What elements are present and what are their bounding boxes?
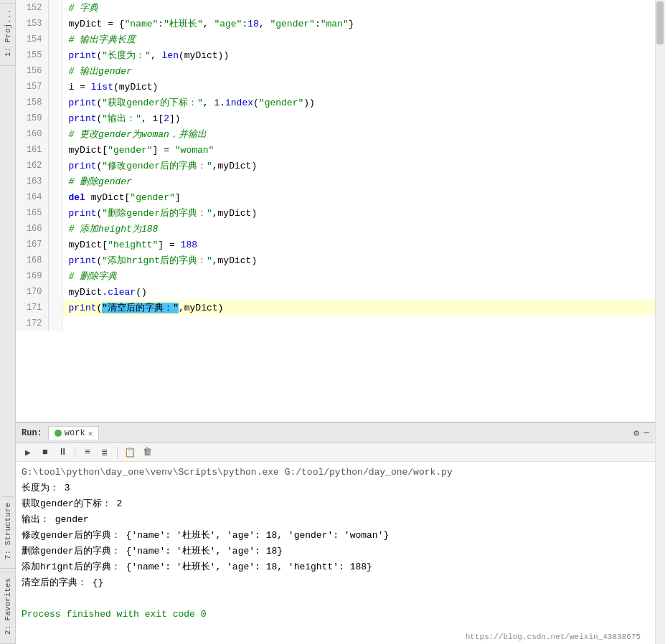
run-copy-button[interactable]: 📋 — [123, 446, 136, 459]
line-gutter — [48, 221, 62, 237]
line-code[interactable]: # 字典 — [62, 0, 655, 16]
table-row: 158 print("获取gender的下标：", i.index("gende… — [16, 95, 655, 110]
line-number: 163 — [16, 174, 48, 189]
line-gutter — [48, 205, 62, 221]
line-code[interactable]: # 更改gender为woman，并输出 — [62, 126, 655, 142]
line-code[interactable]: print("修改gender后的字典：",myDict) — [62, 158, 655, 174]
run-output[interactable]: G:\tool\python\day_one\venv\Scripts\pyth… — [16, 462, 655, 644]
line-code[interactable]: print("删除gender后的字典：",myDict) — [62, 205, 655, 221]
table-row: 153 myDict = {"name":"杜班长", "age":18, "g… — [16, 16, 655, 32]
run-list-button[interactable]: ≡ — [81, 446, 94, 459]
line-gutter — [48, 95, 62, 110]
run-header: Run: work ✕ ⚙ — — [16, 423, 655, 443]
line-gutter — [48, 0, 62, 16]
table-row: 156 # 输出gender — [16, 63, 655, 79]
line-number: 162 — [16, 158, 48, 174]
line-code[interactable]: # 添加height为188 — [62, 221, 655, 237]
run-pause-button[interactable]: ⏸ — [56, 446, 69, 459]
table-row: 152 # 字典 — [16, 0, 655, 16]
line-code[interactable]: # 删除字典 — [62, 268, 655, 284]
line-code[interactable]: # 输出gender — [62, 63, 655, 79]
run-play-button[interactable]: ▶ — [22, 446, 34, 459]
line-gutter — [48, 32, 62, 47]
line-gutter — [48, 16, 62, 32]
line-number: 156 — [16, 63, 48, 79]
line-gutter — [48, 142, 62, 158]
output-spacer — [22, 591, 649, 607]
line-number: 171 — [16, 300, 48, 316]
run-subheader: ▶ ■ ⏸ ≡ ≣ 📋 🗑 — [16, 443, 655, 462]
table-row: 155 print("长度为：", len(myDict)) — [16, 47, 655, 63]
main-area: 152 # 字典 153 myDict = {"name":"杜班长", "ag… — [16, 0, 655, 644]
line-number: 166 — [16, 221, 48, 237]
sidebar-item-favorites[interactable]: 2: Favorites — [1, 572, 14, 640]
line-number: 159 — [16, 110, 48, 126]
line-number: 160 — [16, 126, 48, 142]
line-code[interactable] — [62, 316, 655, 331]
line-gutter — [48, 300, 62, 316]
minimize-button[interactable]: — — [643, 427, 649, 438]
run-clear-button[interactable]: 🗑 — [141, 446, 154, 459]
output-line: 获取gender的下标： 2 — [22, 496, 649, 512]
line-code[interactable]: print("输出：", i[2]) — [62, 110, 655, 126]
line-gutter — [48, 268, 62, 284]
line-gutter — [48, 316, 62, 331]
line-number: 165 — [16, 205, 48, 221]
line-number: 154 — [16, 32, 48, 47]
line-number: 157 — [16, 79, 48, 95]
project-tab-section[interactable]: 1: Proj... — [0, 0, 15, 66]
line-code[interactable]: print("添加hrignt后的字典：",myDict) — [62, 252, 655, 268]
run-tab[interactable]: work ✕ — [48, 426, 99, 440]
line-number: 167 — [16, 237, 48, 252]
line-gutter — [48, 47, 62, 63]
table-row: 166 # 添加height为188 — [16, 221, 655, 237]
line-gutter — [48, 189, 62, 205]
output-line: 添加hrignt后的字典： {'name': '杜班长', 'age': 18,… — [22, 559, 649, 575]
line-code[interactable]: i = list(myDict) — [62, 79, 655, 95]
run-panel: Run: work ✕ ⚙ — ▶ ■ ⏸ ≡ ≣ 📋 🗑 G:\to — [16, 422, 655, 644]
line-gutter — [48, 237, 62, 252]
table-row: 165 print("删除gender后的字典：",myDict) — [16, 205, 655, 221]
line-code[interactable]: # 删除gender — [62, 174, 655, 189]
line-code[interactable]: print("清空后的字典：",myDict) — [62, 300, 655, 316]
table-row: 160 # 更改gender为woman，并输出 — [16, 126, 655, 142]
footer-link: https://blog.csdn.net/weixin_43838675 — [466, 633, 641, 641]
scroll-thumb — [656, 1, 664, 44]
line-gutter — [48, 63, 62, 79]
favorites-tab-section[interactable]: 2: Favorites — [0, 569, 15, 644]
code-container[interactable]: 152 # 字典 153 myDict = {"name":"杜班长", "ag… — [16, 0, 655, 422]
line-code[interactable]: myDict["heightt"] = 188 — [62, 237, 655, 252]
output-line: 长度为： 3 — [22, 480, 649, 496]
line-number: 164 — [16, 189, 48, 205]
table-row: 169 # 删除字典 — [16, 268, 655, 284]
run-tab-close[interactable]: ✕ — [88, 429, 93, 438]
line-number: 161 — [16, 142, 48, 158]
structure-tab-section[interactable]: 7: Structure — [0, 493, 15, 569]
line-gutter — [48, 174, 62, 189]
run-tab-label: work — [65, 428, 85, 438]
sidebar-item-project[interactable]: 1: Proj... — [1, 3, 14, 62]
run-format-button[interactable]: ≣ — [98, 446, 111, 459]
table-row: 163 # 删除gender — [16, 174, 655, 189]
code-table: 152 # 字典 153 myDict = {"name":"杜班长", "ag… — [16, 0, 655, 331]
settings-button[interactable]: ⚙ — [633, 427, 639, 439]
table-row: 159 print("输出：", i[2]) — [16, 110, 655, 126]
line-code[interactable]: print("获取gender的下标：", i.index("gender")) — [62, 95, 655, 110]
line-code[interactable]: myDict.clear() — [62, 284, 655, 300]
output-process-end: Process finished with exit code 0 — [22, 607, 649, 622]
line-code[interactable]: myDict["gender"] = "woman" — [62, 142, 655, 158]
run-tab-icon — [55, 430, 62, 437]
line-code[interactable]: print("长度为：", len(myDict)) — [62, 47, 655, 63]
line-number: 155 — [16, 47, 48, 63]
right-scrollbar[interactable] — [655, 0, 665, 644]
line-code[interactable]: myDict = {"name":"杜班长", "age":18, "gende… — [62, 16, 655, 32]
line-code[interactable]: del myDict["gender"] — [62, 189, 655, 205]
line-gutter — [48, 252, 62, 268]
sidebar-item-structure[interactable]: 7: Structure — [1, 496, 14, 565]
table-row: 167 myDict["heightt"] = 188 — [16, 237, 655, 252]
run-stop-button[interactable]: ■ — [39, 446, 52, 459]
line-number: 153 — [16, 16, 48, 32]
line-number: 168 — [16, 252, 48, 268]
line-code[interactable]: # 输出字典长度 — [62, 32, 655, 47]
table-row: 168 print("添加hrignt后的字典：",myDict) — [16, 252, 655, 268]
